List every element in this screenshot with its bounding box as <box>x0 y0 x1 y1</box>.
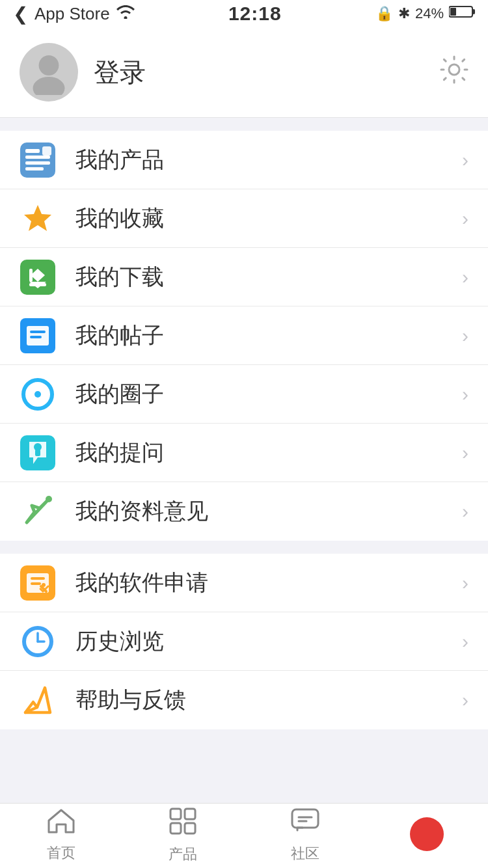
menu-item-help[interactable]: 帮助与反馈 › <box>0 671 488 729</box>
svg-rect-9 <box>25 161 50 165</box>
svg-rect-42 <box>185 809 195 819</box>
profile-red-dot <box>410 817 444 851</box>
svg-point-4 <box>33 77 65 95</box>
tab-home[interactable]: 首页 <box>0 809 122 863</box>
svg-marker-28 <box>27 499 49 522</box>
svg-rect-10 <box>25 167 44 170</box>
avatar <box>20 43 78 102</box>
bottom-padding <box>0 729 488 749</box>
menu-list-2: 我的软件申请 › 历史浏览 › <box>0 554 488 729</box>
section-separator-2 <box>0 541 488 554</box>
svg-point-3 <box>39 55 59 75</box>
tab-community[interactable]: 社区 <box>244 808 366 863</box>
posts-icon <box>20 318 56 354</box>
status-time: 12:18 <box>228 3 282 25</box>
history-icon <box>20 623 56 660</box>
chevron-icon: › <box>462 689 468 711</box>
favorites-icon <box>20 200 56 237</box>
software-icon <box>20 565 56 601</box>
status-left: ❮ App Store <box>13 3 135 25</box>
menu-item-my-feedback[interactable]: 我的资料意见 › <box>0 482 488 541</box>
svg-rect-21 <box>30 331 46 333</box>
chevron-icon: › <box>462 572 468 594</box>
svg-rect-1 <box>472 9 475 14</box>
tab-bar: 首页 产品 社区 <box>0 803 488 868</box>
page-container: ❮ App Store 12:18 🔒 ✱ 24% <box>0 0 488 814</box>
chevron-icon: › <box>462 442 468 464</box>
software-apply-label: 我的软件申请 <box>75 568 462 598</box>
chevron-icon: › <box>462 631 468 653</box>
svg-rect-44 <box>185 823 195 834</box>
svg-rect-11 <box>42 146 51 156</box>
profile-header[interactable]: 登录 <box>0 27 488 118</box>
status-right: 🔒 ✱ 24% <box>375 5 475 22</box>
profile-left: 登录 <box>20 43 146 102</box>
bluetooth-icon: ✱ <box>398 5 410 22</box>
svg-rect-2 <box>450 8 456 16</box>
lock-icon: 🔒 <box>375 5 393 22</box>
chevron-icon: › <box>462 383 468 405</box>
my-posts-label: 我的帖子 <box>75 321 462 351</box>
menu-item-my-downloads[interactable]: 我的下载 › <box>0 248 488 306</box>
battery-label: 24% <box>415 5 444 22</box>
chevron-icon: › <box>462 266 468 288</box>
svg-rect-32 <box>31 577 45 580</box>
chevron-icon: › <box>462 149 468 171</box>
my-products-label: 我的产品 <box>75 145 462 175</box>
svg-rect-41 <box>170 809 181 819</box>
my-favorites-label: 我的收藏 <box>75 204 462 234</box>
tab-products[interactable]: 产品 <box>122 807 245 864</box>
svg-rect-27 <box>35 450 40 456</box>
wifi-icon <box>116 5 135 23</box>
section-separator-1 <box>0 118 488 131</box>
history-label: 历史浏览 <box>75 627 462 657</box>
svg-marker-12 <box>24 205 51 231</box>
svg-point-24 <box>34 391 41 398</box>
chat-icon <box>291 808 319 840</box>
menu-item-my-posts[interactable]: 我的帖子 › <box>0 306 488 365</box>
help-icon <box>20 682 56 718</box>
svg-point-29 <box>46 496 52 502</box>
circle-icon <box>20 376 56 413</box>
tab-profile[interactable] <box>366 817 489 855</box>
svg-rect-22 <box>30 336 42 338</box>
my-questions-label: 我的提问 <box>75 438 462 468</box>
my-feedback-label: 我的资料意见 <box>75 496 462 526</box>
battery-icon <box>449 5 475 22</box>
chevron-icon: › <box>462 208 468 230</box>
tab-products-label: 产品 <box>169 845 197 864</box>
menu-item-my-favorites[interactable]: 我的收藏 › <box>0 189 488 248</box>
home-icon <box>47 809 75 839</box>
svg-rect-33 <box>31 582 41 585</box>
svg-rect-45 <box>292 809 318 828</box>
my-downloads-label: 我的下载 <box>75 262 462 292</box>
svg-rect-7 <box>25 149 40 153</box>
status-bar: ❮ App Store 12:18 🔒 ✱ 24% <box>0 0 488 27</box>
svg-point-5 <box>449 64 459 75</box>
tab-home-label: 首页 <box>47 843 75 863</box>
feedback-icon <box>20 493 56 530</box>
my-circle-label: 我的圈子 <box>75 379 462 409</box>
download-icon <box>20 259 56 295</box>
svg-point-34 <box>42 583 46 587</box>
menu-item-history[interactable]: 历史浏览 › <box>0 612 488 671</box>
menu-item-software-apply[interactable]: 我的软件申请 › <box>0 554 488 612</box>
menu-item-my-questions[interactable]: 我的提问 › <box>0 424 488 482</box>
login-label[interactable]: 登录 <box>94 55 146 90</box>
help-label: 帮助与反馈 <box>75 685 462 715</box>
svg-marker-39 <box>25 688 50 712</box>
chevron-icon: › <box>462 500 468 522</box>
settings-icon[interactable] <box>440 55 468 90</box>
svg-rect-43 <box>170 823 181 834</box>
tab-community-label: 社区 <box>291 844 319 863</box>
menu-list-1: 我的产品 › 我的收藏 › <box>0 131 488 541</box>
back-arrow-icon[interactable]: ❮ <box>13 3 28 25</box>
app-store-label[interactable]: App Store <box>34 4 110 24</box>
svg-rect-8 <box>25 156 50 159</box>
menu-item-my-circle[interactable]: 我的圈子 › <box>0 365 488 424</box>
chevron-icon: › <box>462 325 468 347</box>
svg-rect-17 <box>29 269 33 282</box>
products-icon <box>20 142 56 178</box>
question-icon <box>20 435 56 471</box>
menu-item-my-products[interactable]: 我的产品 › <box>0 131 488 189</box>
